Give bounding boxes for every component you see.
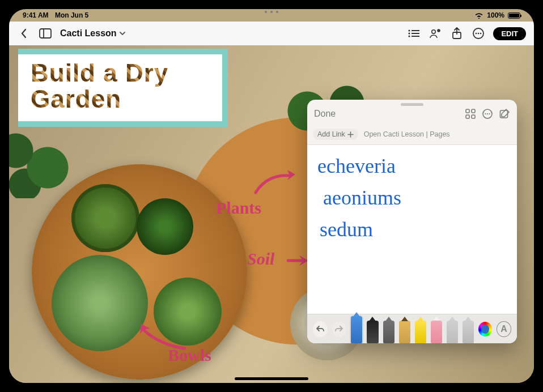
app-toolbar: Cacti Lesson EDIT	[9, 22, 534, 45]
undo-button[interactable]	[313, 321, 328, 337]
arrow-soil-icon	[287, 252, 309, 269]
decor-succulent	[137, 198, 193, 255]
handwriting-line: aeoniums	[323, 182, 507, 214]
annotation-soil: Soil	[247, 249, 274, 269]
edit-button[interactable]: EDIT	[493, 27, 526, 40]
lasso-tool[interactable]	[447, 321, 458, 343]
edit-button-label: EDIT	[501, 29, 518, 38]
decor-succulent	[52, 255, 148, 351]
sidebar-toggle-icon[interactable]	[39, 27, 52, 40]
markup-toolbar: A	[307, 314, 517, 343]
pen-tool[interactable]	[351, 316, 362, 343]
decor-succulent	[71, 184, 139, 252]
brush-tool[interactable]	[383, 321, 394, 343]
add-link-button[interactable]: Add Link	[313, 129, 358, 140]
context-link[interactable]: Open Cacti Lesson | Pages	[364, 130, 450, 138]
quick-note-panel[interactable]: Done Add Link Open Cacti Lesson | Pages	[307, 100, 517, 343]
highlighter-tool[interactable]	[415, 321, 426, 343]
svg-rect-0	[40, 29, 51, 38]
svg-point-12	[476, 33, 477, 35]
svg-point-22	[489, 113, 490, 114]
svg-point-21	[487, 113, 488, 114]
svg-rect-17	[466, 115, 469, 118]
svg-rect-18	[472, 115, 475, 118]
document-title-label: Cacti Lesson	[60, 28, 117, 39]
collaborate-icon[interactable]	[429, 27, 442, 40]
back-button[interactable]	[17, 27, 31, 40]
svg-rect-15	[466, 109, 469, 113]
outline-list-icon[interactable]	[407, 27, 421, 40]
svg-point-3	[409, 32, 410, 34]
note-canvas[interactable]: echeveria aeoniums sedum	[307, 145, 517, 314]
done-button[interactable]: Done	[314, 109, 336, 119]
home-indicator[interactable]	[235, 377, 308, 380]
pencil-tool[interactable]	[399, 321, 410, 343]
handwriting-text-tool[interactable]: A	[497, 321, 511, 337]
svg-point-2	[409, 29, 410, 31]
svg-point-9	[438, 29, 441, 32]
add-link-label: Add Link	[317, 130, 345, 138]
arrow-plants-icon	[253, 170, 298, 198]
battery-percent: 100%	[487, 11, 504, 19]
svg-point-4	[409, 35, 410, 37]
title-card[interactable]: Build a Dry Garden	[18, 49, 228, 127]
wifi-icon	[474, 12, 483, 19]
handwriting-line: sedum	[320, 214, 507, 246]
handwriting-line: echeveria	[317, 151, 507, 182]
fineliner-tool[interactable]	[367, 321, 378, 343]
compose-note-icon[interactable]	[499, 108, 510, 120]
chevron-down-icon	[119, 30, 126, 37]
annotation-plants: Plants	[216, 198, 261, 218]
eraser-tool[interactable]	[431, 321, 442, 343]
annotation-bowls: Bowls	[168, 346, 211, 365]
ruler-tool[interactable]	[463, 321, 474, 343]
document-title[interactable]: Cacti Lesson	[60, 28, 126, 39]
svg-point-13	[478, 33, 480, 35]
share-icon[interactable]	[450, 27, 464, 40]
plus-icon	[347, 131, 354, 138]
svg-point-14	[480, 33, 482, 35]
document-heading: Build a Dry Garden	[18, 54, 222, 112]
status-date: Mon Jun 5	[55, 11, 88, 19]
battery-icon	[508, 12, 520, 19]
svg-point-8	[432, 30, 435, 33]
notes-grid-icon[interactable]	[465, 108, 476, 120]
color-picker[interactable]	[478, 322, 492, 336]
more-icon[interactable]	[472, 27, 485, 40]
note-more-icon[interactable]	[482, 108, 493, 120]
status-time: 9:41 AM	[23, 11, 49, 19]
svg-rect-16	[472, 109, 475, 113]
redo-button[interactable]	[332, 321, 347, 337]
multitasking-dots[interactable]	[265, 11, 278, 13]
svg-point-20	[485, 113, 486, 114]
